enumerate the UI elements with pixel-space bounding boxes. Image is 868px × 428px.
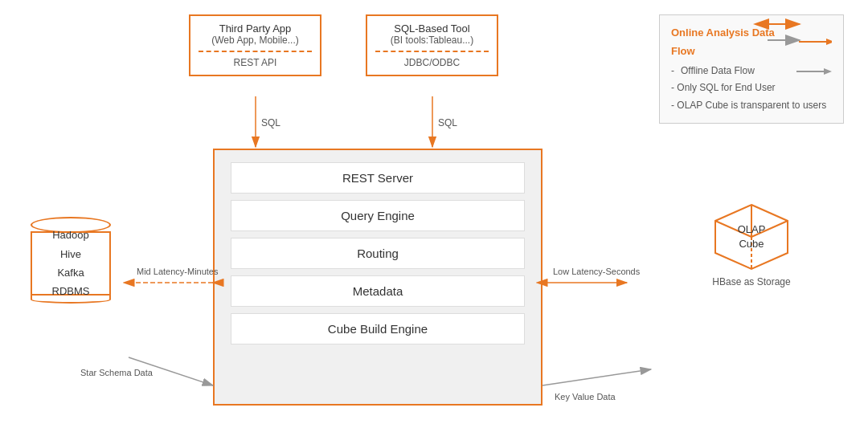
- hadoop-line4: RDBMS: [52, 282, 90, 300]
- cylinder-body: Hadoop Hive Kafka RDBMS: [31, 231, 111, 296]
- routing-row: Routing: [231, 238, 525, 269]
- svg-line-23: [129, 357, 213, 385]
- metadata-row: Metadata: [231, 275, 525, 307]
- hadoop-cylinder: Hadoop Hive Kafka RDBMS: [31, 215, 111, 304]
- hadoop-line3: Kafka: [57, 263, 84, 282]
- svg-text:Mid Latency-Minutes: Mid Latency-Minutes: [137, 267, 219, 276]
- legend-sql-note: - Only SQL for End User: [671, 79, 832, 97]
- legend-olap-note: - OLAP Cube is transparent to users: [671, 97, 832, 115]
- svg-text:OLAP: OLAP: [738, 223, 766, 235]
- rest-server-row: REST Server: [231, 162, 525, 194]
- sql-tool-subtitle: (BI tools:Tableau...): [375, 35, 489, 46]
- svg-text:Key Value Data: Key Value Data: [555, 392, 616, 402]
- third-party-box: Third Party App (Web App, Mobile...) RES…: [189, 14, 321, 76]
- svg-text:Cube: Cube: [739, 238, 764, 250]
- legend-offline-row: - Offline Data Flow: [671, 63, 832, 80]
- main-engine-box: REST Server Query Engine Routing Metadat…: [213, 149, 542, 406]
- hadoop-box: Hadoop Hive Kafka RDBMS: [23, 215, 119, 304]
- legend-box: Online Analysis Data Flow - Offline Data…: [659, 14, 844, 124]
- svg-line-25: [542, 369, 651, 385]
- svg-text:SQL: SQL: [261, 117, 280, 128]
- third-party-title: Third Party App: [199, 22, 312, 35]
- hadoop-line2: Hive: [60, 245, 81, 263]
- legend-offline-label: Offline Data Flow: [681, 63, 755, 80]
- query-engine-row: Query Engine: [231, 200, 525, 231]
- hbase-label: HBase as Storage: [699, 276, 804, 287]
- svg-text:Low Latency-Seconds: Low Latency-Seconds: [553, 267, 641, 276]
- svg-marker-1: [826, 39, 832, 45]
- olap-cube-svg: OLAP Cube: [711, 201, 792, 273]
- svg-text:SQL: SQL: [438, 117, 457, 128]
- sql-tool-box: SQL-Based Tool (BI tools:Tableau...) JDB…: [366, 14, 498, 76]
- third-party-subtitle: (Web App, Mobile...): [199, 35, 312, 46]
- svg-text:Star Schema Data: Star Schema Data: [80, 368, 154, 377]
- svg-marker-4: [824, 68, 832, 75]
- cube-build-engine-row: Cube Build Engine: [231, 313, 525, 344]
- diagram: Online Analysis Data Flow - Offline Data…: [0, 0, 868, 428]
- sql-tool-api: JDBC/ODBC: [375, 57, 489, 68]
- olap-box: OLAP Cube HBase as Storage: [699, 201, 804, 287]
- legend-online-label: Online Analysis Data Flow: [671, 23, 792, 61]
- hadoop-line1: Hadoop: [52, 226, 89, 244]
- sql-tool-title: SQL-Based Tool: [375, 22, 489, 35]
- legend-title: Online Analysis Data Flow: [671, 23, 832, 61]
- third-party-api: REST API: [199, 57, 312, 68]
